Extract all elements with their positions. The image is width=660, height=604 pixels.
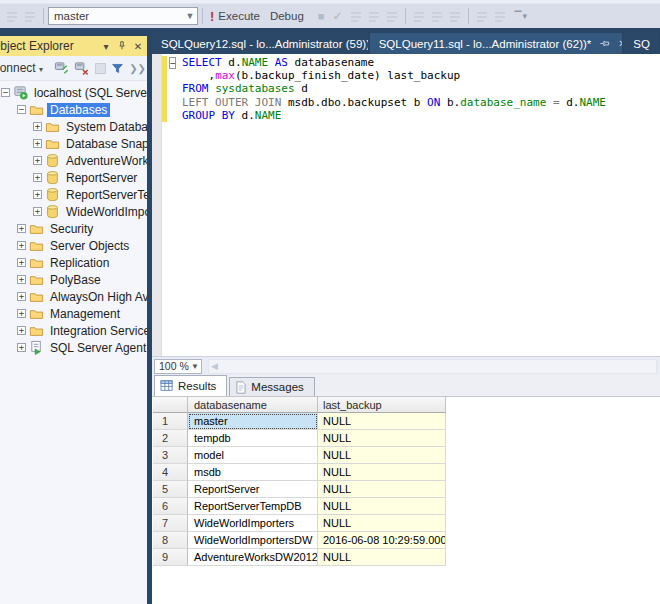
tree-item-security[interactable]: +Security (0, 220, 147, 237)
expand-icon[interactable]: + (33, 207, 42, 216)
close-icon[interactable]: ✕ (618, 38, 622, 49)
execute-button[interactable]: Execute (218, 10, 260, 22)
row-number-cell[interactable]: 2 (153, 430, 188, 447)
cell-last-backup[interactable]: NULL (318, 464, 446, 481)
tree-item-management[interactable]: +Management (0, 305, 147, 322)
expand-icon[interactable]: + (17, 258, 26, 267)
tree-item-server-objects[interactable]: +Server Objects (0, 237, 147, 254)
expand-icon[interactable]: + (17, 241, 26, 250)
tree-item-wideworldimpor[interactable]: +WideWorldImpor (0, 203, 147, 220)
cell-last-backup[interactable]: NULL (318, 447, 446, 464)
tree-item-alwayson-high-avai[interactable]: +AlwaysOn High Avai (0, 288, 147, 305)
toolbar-options-overflow-icon[interactable]: ▔▾ (515, 11, 528, 21)
cell-databasename[interactable]: tempdb (188, 430, 318, 447)
scroll-left-icon[interactable]: ◀ (209, 361, 218, 371)
toolbar-overflow-icon[interactable]: ❯❯ (129, 63, 146, 74)
expand-icon[interactable]: + (17, 275, 26, 284)
window-position-icon[interactable]: ▾ (99, 41, 113, 52)
cell-databasename[interactable]: master (188, 413, 318, 430)
document-tab-0[interactable]: SQLQuery12.sql - lo...Administrator (59)… (152, 33, 368, 54)
tree-item-adventureworks[interactable]: +AdventureWorks (0, 152, 147, 169)
document-tab-1[interactable]: SQLQuery11.sql - lo...Administrator (62)… (370, 33, 623, 54)
pin-icon[interactable] (115, 40, 129, 53)
sql-editor[interactable]: −SELECT d.NAME AS databasename ,max(b.ba… (152, 54, 660, 356)
document-tab-2[interactable]: SQ (624, 33, 658, 54)
expand-icon[interactable]: + (17, 292, 26, 301)
cell-last-backup[interactable]: NULL (318, 498, 446, 515)
cell-databasename[interactable]: ReportServer (188, 481, 318, 498)
tree-item-replication[interactable]: +Replication (0, 254, 147, 271)
tree-item-localhost-sql-server-13[interactable]: −localhost (SQL Server 13 (0, 84, 147, 101)
db-icon (45, 170, 60, 185)
connect-button[interactable]: Connect ▾ (0, 61, 43, 75)
expand-icon[interactable]: + (17, 326, 26, 335)
tree-item-database-snapsh[interactable]: +Database Snapsh (0, 135, 147, 152)
code-region[interactable]: −SELECT d.NAME AS databasename ,max(b.ba… (162, 54, 660, 356)
breakpoint-margin[interactable] (152, 54, 162, 356)
horizontal-scrollbar[interactable]: ◀ (208, 359, 657, 374)
tree-item-system-database[interactable]: +System Database (0, 118, 147, 135)
collapse-icon[interactable]: − (17, 105, 26, 114)
expand-icon[interactable]: + (33, 190, 42, 199)
tab-results[interactable]: Results (154, 375, 227, 396)
cell-last-backup[interactable]: NULL (318, 515, 446, 532)
cell-databasename[interactable]: WideWorldImporters (188, 515, 318, 532)
row-number-cell[interactable]: 4 (153, 464, 188, 481)
expand-icon[interactable]: + (33, 139, 42, 148)
tab-messages[interactable]: Messages (229, 377, 314, 396)
expand-icon[interactable]: + (17, 224, 26, 233)
available-databases-combo[interactable]: master ▼ (48, 7, 198, 25)
tree-item-polybase[interactable]: +PolyBase (0, 271, 147, 288)
close-icon[interactable]: ✕ (131, 41, 145, 52)
row-number-cell[interactable]: 1 (153, 413, 188, 430)
row-number-cell[interactable]: 5 (153, 481, 188, 498)
toolbar-separator (43, 8, 44, 24)
cell-last-backup[interactable]: 2016-06-08 10:29:59.000 (318, 532, 446, 549)
cell-databasename[interactable]: ReportServerTempDB (188, 498, 318, 515)
expand-icon[interactable]: + (33, 156, 42, 165)
column-header-last_backup[interactable]: last_backup (318, 397, 446, 413)
fold-collapse-icon[interactable]: − (169, 57, 176, 69)
cell-databasename[interactable]: model (188, 447, 318, 464)
cell-last-backup[interactable]: NULL (318, 430, 446, 447)
row-number-cell[interactable]: 8 (153, 532, 188, 549)
db-icon (45, 204, 60, 219)
expand-icon[interactable]: + (17, 343, 26, 352)
row-number-cell[interactable]: 3 (153, 447, 188, 464)
row-number-cell[interactable]: 6 (153, 498, 188, 515)
tree-item-integration-services[interactable]: +Integration Services ( (0, 322, 147, 339)
execute-icon[interactable]: ! (210, 9, 214, 24)
folder-icon (29, 273, 44, 287)
connect-server-icon[interactable] (54, 61, 70, 76)
expand-icon[interactable]: + (33, 173, 42, 182)
chevron-down-icon[interactable]: ▼ (189, 362, 201, 371)
cell-databasename[interactable]: AdventureWorksDW2012 (188, 549, 318, 566)
object-explorer-toolbar: Connect ▾ ❯❯ (0, 56, 147, 81)
tree-item-databases[interactable]: −Databases (0, 101, 147, 118)
tree-item-reportserver[interactable]: +ReportServer (0, 169, 147, 186)
row-number-cell[interactable]: 9 (153, 549, 188, 566)
chevron-down-icon[interactable]: ▼ (183, 11, 197, 21)
expand-icon[interactable]: + (17, 309, 26, 318)
column-header-databasename[interactable]: databasename (188, 397, 318, 413)
cell-last-backup[interactable]: NULL (318, 481, 446, 498)
showplan-icon (349, 9, 363, 23)
debug-button[interactable]: Debug (270, 10, 304, 22)
filter-icon[interactable] (111, 62, 124, 75)
cell-last-backup[interactable]: NULL (318, 549, 446, 566)
row-number-cell[interactable]: 7 (153, 515, 188, 532)
tree-item-label: Databases (47, 103, 110, 117)
cell-databasename[interactable]: WideWorldImportersDW (188, 532, 318, 549)
tree-item-reportservertem[interactable]: +ReportServerTem (0, 186, 147, 203)
tree-item-label: WideWorldImpor (63, 205, 147, 219)
collapse-icon[interactable]: − (1, 88, 10, 97)
cell-last-backup[interactable]: NULL (318, 413, 446, 430)
object-explorer-titlebar: Object Explorer ▾ ✕ (0, 36, 147, 56)
cell-databasename[interactable]: msdb (188, 464, 318, 481)
tree-item-sql-server-agent[interactable]: +SQL Server Agent (0, 339, 147, 356)
pin-icon[interactable] (599, 38, 610, 49)
disconnect-server-icon[interactable] (74, 61, 90, 76)
grid-corner-cell[interactable] (153, 397, 188, 413)
expand-icon[interactable]: + (33, 122, 42, 131)
zoom-combo[interactable]: 100 % ▼ (154, 359, 202, 374)
